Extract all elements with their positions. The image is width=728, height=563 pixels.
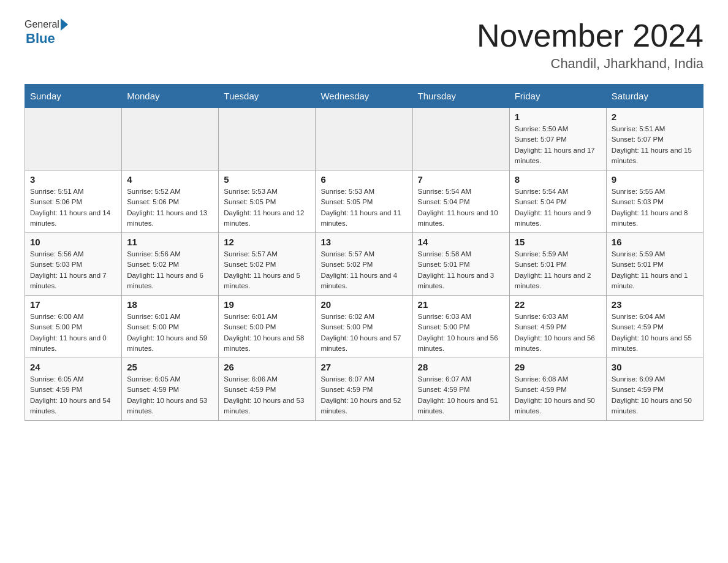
calendar-cell: 27Sunrise: 6:07 AMSunset: 4:59 PMDayligh… — [316, 358, 412, 421]
day-number: 5 — [224, 174, 310, 185]
day-info: Sunrise: 6:01 AMSunset: 5:00 PMDaylight:… — [224, 312, 310, 354]
calendar-week-5: 24Sunrise: 6:05 AMSunset: 4:59 PMDayligh… — [25, 358, 703, 421]
calendar-cell: 4Sunrise: 5:52 AMSunset: 5:06 PMDaylight… — [122, 170, 219, 233]
calendar-cell: 25Sunrise: 6:05 AMSunset: 4:59 PMDayligh… — [122, 358, 219, 421]
location-text: Chandil, Jharkhand, India — [477, 56, 703, 72]
calendar-cell: 2Sunrise: 5:51 AMSunset: 5:07 PMDaylight… — [606, 108, 703, 170]
day-info: Sunrise: 6:03 AMSunset: 4:59 PMDaylight:… — [515, 312, 601, 354]
calendar-cell: 9Sunrise: 5:55 AMSunset: 5:03 PMDaylight… — [606, 170, 703, 233]
title-block: November 2024 Chandil, Jharkhand, India — [477, 18, 703, 72]
day-number: 11 — [127, 237, 213, 247]
logo: General Blue — [25, 18, 69, 47]
day-number: 24 — [30, 362, 116, 372]
day-info: Sunrise: 5:53 AMSunset: 5:05 PMDaylight:… — [224, 186, 310, 229]
day-info: Sunrise: 5:50 AMSunset: 5:07 PMDaylight:… — [515, 124, 601, 166]
calendar-cell: 12Sunrise: 5:57 AMSunset: 5:02 PMDayligh… — [219, 233, 316, 296]
day-number: 23 — [612, 299, 698, 310]
calendar-week-3: 10Sunrise: 5:56 AMSunset: 5:03 PMDayligh… — [25, 233, 703, 296]
calendar-cell: 11Sunrise: 5:56 AMSunset: 5:02 PMDayligh… — [122, 233, 219, 296]
day-info: Sunrise: 5:56 AMSunset: 5:02 PMDaylight:… — [127, 249, 213, 291]
day-number: 10 — [30, 237, 116, 247]
day-info: Sunrise: 6:07 AMSunset: 4:59 PMDaylight:… — [418, 374, 504, 416]
calendar-cell: 20Sunrise: 6:02 AMSunset: 5:00 PMDayligh… — [316, 296, 412, 358]
day-info: Sunrise: 5:59 AMSunset: 5:01 PMDaylight:… — [515, 249, 601, 291]
header-wednesday: Wednesday — [316, 85, 412, 108]
day-info: Sunrise: 5:57 AMSunset: 5:02 PMDaylight:… — [320, 249, 407, 291]
calendar-cell: 23Sunrise: 6:04 AMSunset: 4:59 PMDayligh… — [606, 296, 703, 358]
day-number: 29 — [515, 362, 601, 372]
day-info: Sunrise: 6:01 AMSunset: 5:00 PMDaylight:… — [127, 312, 213, 354]
day-number: 19 — [224, 299, 310, 310]
calendar-body: 1Sunrise: 5:50 AMSunset: 5:07 PMDaylight… — [25, 108, 703, 421]
day-info: Sunrise: 6:05 AMSunset: 4:59 PMDaylight:… — [127, 374, 213, 416]
day-number: 30 — [612, 362, 698, 372]
day-info: Sunrise: 6:05 AMSunset: 4:59 PMDaylight:… — [30, 374, 116, 416]
day-info: Sunrise: 6:06 AMSunset: 4:59 PMDaylight:… — [224, 374, 310, 416]
day-number: 1 — [515, 112, 601, 122]
day-number: 12 — [224, 237, 310, 247]
month-title: November 2024 — [477, 18, 703, 53]
day-number: 17 — [30, 299, 116, 310]
day-number: 22 — [515, 299, 601, 310]
header-row: SundayMondayTuesdayWednesdayThursdayFrid… — [25, 85, 703, 108]
calendar-cell: 8Sunrise: 5:54 AMSunset: 5:04 PMDaylight… — [509, 170, 606, 233]
header-sunday: Sunday — [25, 85, 122, 108]
calendar-week-2: 3Sunrise: 5:51 AMSunset: 5:06 PMDaylight… — [25, 170, 703, 233]
day-number: 25 — [127, 362, 213, 372]
day-number: 28 — [418, 362, 504, 372]
day-info: Sunrise: 6:09 AMSunset: 4:59 PMDaylight:… — [612, 374, 698, 416]
calendar-cell: 13Sunrise: 5:57 AMSunset: 5:02 PMDayligh… — [316, 233, 412, 296]
day-number: 14 — [418, 237, 504, 247]
day-info: Sunrise: 5:58 AMSunset: 5:01 PMDaylight:… — [418, 249, 504, 291]
calendar-cell: 26Sunrise: 6:06 AMSunset: 4:59 PMDayligh… — [219, 358, 316, 421]
day-info: Sunrise: 5:53 AMSunset: 5:05 PMDaylight:… — [320, 186, 407, 229]
day-number: 8 — [515, 174, 601, 185]
day-info: Sunrise: 5:51 AMSunset: 5:07 PMDaylight:… — [612, 124, 698, 166]
calendar-cell: 5Sunrise: 5:53 AMSunset: 5:05 PMDaylight… — [219, 170, 316, 233]
calendar-header: SundayMondayTuesdayWednesdayThursdayFrid… — [25, 85, 703, 108]
calendar-week-1: 1Sunrise: 5:50 AMSunset: 5:07 PMDaylight… — [25, 108, 703, 170]
calendar-cell — [122, 108, 219, 170]
calendar-cell: 30Sunrise: 6:09 AMSunset: 4:59 PMDayligh… — [606, 358, 703, 421]
day-info: Sunrise: 6:03 AMSunset: 5:00 PMDaylight:… — [418, 312, 504, 354]
calendar-cell: 10Sunrise: 5:56 AMSunset: 5:03 PMDayligh… — [25, 233, 122, 296]
day-info: Sunrise: 5:56 AMSunset: 5:03 PMDaylight:… — [30, 249, 116, 291]
logo-arrow-icon — [61, 18, 68, 31]
calendar-cell: 28Sunrise: 6:07 AMSunset: 4:59 PMDayligh… — [412, 358, 509, 421]
calendar-cell: 1Sunrise: 5:50 AMSunset: 5:07 PMDaylight… — [509, 108, 606, 170]
day-info: Sunrise: 6:00 AMSunset: 5:00 PMDaylight:… — [30, 312, 116, 354]
calendar-table: SundayMondayTuesdayWednesdayThursdayFrid… — [25, 84, 703, 421]
day-info: Sunrise: 5:54 AMSunset: 5:04 PMDaylight:… — [515, 186, 601, 229]
header-thursday: Thursday — [412, 85, 509, 108]
day-info: Sunrise: 6:07 AMSunset: 4:59 PMDaylight:… — [320, 374, 407, 416]
calendar-cell — [25, 108, 122, 170]
day-info: Sunrise: 5:55 AMSunset: 5:03 PMDaylight:… — [612, 186, 698, 229]
day-number: 16 — [612, 237, 698, 247]
day-info: Sunrise: 5:59 AMSunset: 5:01 PMDaylight:… — [612, 249, 698, 291]
calendar-cell: 15Sunrise: 5:59 AMSunset: 5:01 PMDayligh… — [509, 233, 606, 296]
logo-blue-text: Blue — [26, 31, 55, 47]
day-number: 2 — [612, 112, 698, 122]
calendar-cell: 17Sunrise: 6:00 AMSunset: 5:00 PMDayligh… — [25, 296, 122, 358]
day-number: 13 — [320, 237, 407, 247]
day-number: 3 — [30, 174, 116, 185]
day-number: 7 — [418, 174, 504, 185]
day-number: 4 — [127, 174, 213, 185]
calendar-cell — [219, 108, 316, 170]
day-info: Sunrise: 6:04 AMSunset: 4:59 PMDaylight:… — [612, 312, 698, 354]
day-number: 18 — [127, 299, 213, 310]
day-info: Sunrise: 5:51 AMSunset: 5:06 PMDaylight:… — [30, 186, 116, 229]
header-saturday: Saturday — [606, 85, 703, 108]
day-number: 6 — [320, 174, 407, 185]
day-info: Sunrise: 6:02 AMSunset: 5:00 PMDaylight:… — [320, 312, 407, 354]
day-info: Sunrise: 6:08 AMSunset: 4:59 PMDaylight:… — [515, 374, 601, 416]
calendar-cell — [316, 108, 412, 170]
header-friday: Friday — [509, 85, 606, 108]
day-info: Sunrise: 5:57 AMSunset: 5:02 PMDaylight:… — [224, 249, 310, 291]
day-number: 15 — [515, 237, 601, 247]
calendar-cell: 24Sunrise: 6:05 AMSunset: 4:59 PMDayligh… — [25, 358, 122, 421]
calendar-cell: 6Sunrise: 5:53 AMSunset: 5:05 PMDaylight… — [316, 170, 412, 233]
day-number: 21 — [418, 299, 504, 310]
calendar-cell: 18Sunrise: 6:01 AMSunset: 5:00 PMDayligh… — [122, 296, 219, 358]
day-info: Sunrise: 5:54 AMSunset: 5:04 PMDaylight:… — [418, 186, 504, 229]
